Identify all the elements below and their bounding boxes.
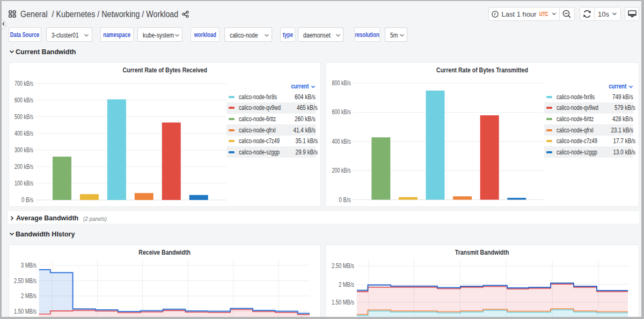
svg-text:700 kB/s: 700 kB/s bbox=[14, 80, 33, 87]
svg-text:2.50 MB/s: 2.50 MB/s bbox=[332, 262, 354, 270]
svg-text:0 B/s: 0 B/s bbox=[21, 196, 33, 204]
svg-text:400 kB/s: 400 kB/s bbox=[332, 138, 351, 145]
svg-text:3 MB/s: 3 MB/s bbox=[21, 262, 36, 269]
svg-text:200 kB/s: 200 kB/s bbox=[14, 163, 33, 170]
svg-text:2.50 MB/s: 2.50 MB/s bbox=[14, 277, 36, 285]
svg-text:2 MB/s: 2 MB/s bbox=[339, 281, 354, 288]
svg-text:500 kB/s: 500 kB/s bbox=[14, 113, 33, 121]
svg-text:300 kB/s: 300 kB/s bbox=[14, 146, 33, 154]
svg-text:200 kB/s: 200 kB/s bbox=[332, 167, 351, 174]
svg-text:600 kB/s: 600 kB/s bbox=[332, 108, 351, 116]
svg-text:400 kB/s: 400 kB/s bbox=[14, 130, 33, 137]
svg-text:1.50 MB/s: 1.50 MB/s bbox=[332, 299, 354, 306]
svg-text:100 kB/s: 100 kB/s bbox=[14, 180, 33, 187]
svg-text:2 MB/s: 2 MB/s bbox=[21, 292, 36, 300]
svg-text:800 kB/s: 800 kB/s bbox=[332, 79, 351, 87]
svg-text:600 kB/s: 600 kB/s bbox=[14, 97, 33, 104]
svg-text:1.50 MB/s: 1.50 MB/s bbox=[14, 308, 36, 315]
svg-text:0 B/s: 0 B/s bbox=[339, 196, 351, 204]
